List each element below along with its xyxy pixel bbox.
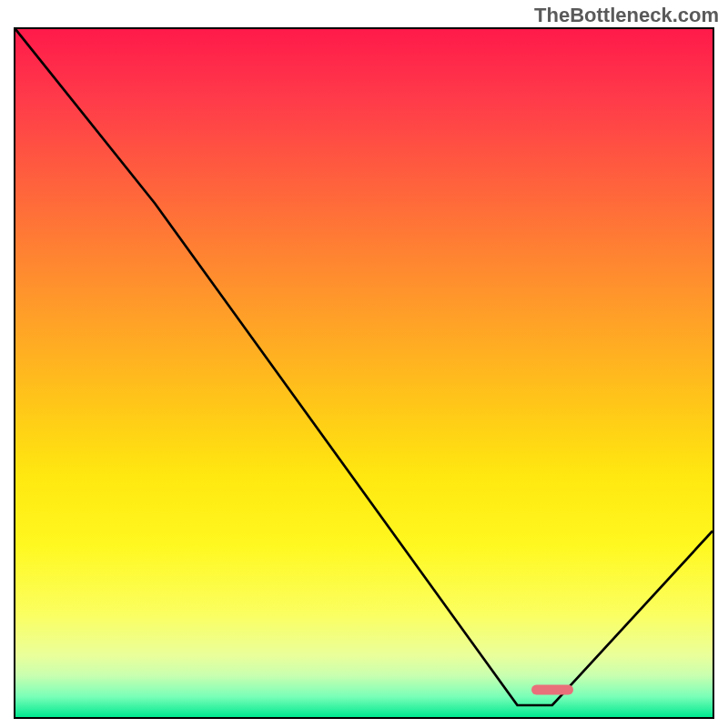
line-curve bbox=[15, 29, 713, 719]
plot-area bbox=[14, 27, 714, 719]
watermark-text: TheBottleneck.com bbox=[534, 4, 719, 27]
highlight-marker bbox=[531, 684, 573, 694]
